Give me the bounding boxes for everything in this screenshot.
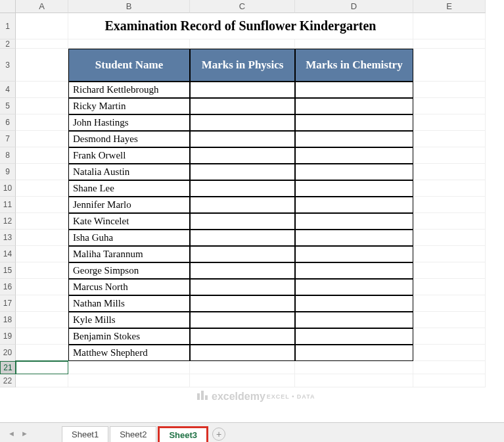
cell-A10[interactable] [16, 180, 68, 197]
row-header-14[interactable]: 14 [0, 246, 16, 262]
tab-nav-prev[interactable]: ◄ [8, 430, 14, 436]
cell-E20[interactable] [413, 345, 486, 361]
chemistry-cell[interactable] [295, 295, 413, 312]
physics-cell[interactable] [190, 345, 295, 361]
cell-A18[interactable] [16, 312, 68, 328]
row-header-17[interactable]: 17 [0, 295, 16, 312]
row-header-7[interactable]: 7 [0, 131, 16, 147]
cell-A12[interactable] [16, 213, 68, 230]
table-header-chemistry[interactable]: Marks in Chemistry [295, 49, 413, 82]
cell-E5[interactable] [413, 98, 486, 114]
cell-E9[interactable] [413, 164, 486, 180]
cell-E8[interactable] [413, 147, 486, 164]
physics-cell[interactable] [190, 295, 295, 312]
student-name-cell[interactable]: Natalia Austin [68, 164, 190, 180]
cell-E12[interactable] [413, 213, 486, 230]
student-name-cell[interactable]: George Simpson [68, 262, 190, 279]
cell-A7[interactable] [16, 131, 68, 147]
cell-A4[interactable] [16, 82, 68, 98]
chemistry-cell[interactable] [295, 262, 413, 279]
cell-B2[interactable] [68, 39, 190, 49]
cell-E11[interactable] [413, 197, 486, 213]
chemistry-cell[interactable] [295, 197, 413, 213]
cell-E21[interactable] [413, 361, 486, 374]
student-name-cell[interactable]: Marcus North [68, 279, 190, 295]
chemistry-cell[interactable] [295, 114, 413, 131]
cell-D2[interactable] [295, 39, 413, 49]
cell-A19[interactable] [16, 328, 68, 345]
row-header-12[interactable]: 12 [0, 213, 16, 230]
chemistry-cell[interactable] [295, 180, 413, 197]
cell-A3[interactable] [16, 49, 68, 82]
chemistry-cell[interactable] [295, 345, 413, 361]
cell-E10[interactable] [413, 180, 486, 197]
cell-E1[interactable] [413, 13, 486, 39]
row-header-16[interactable]: 16 [0, 279, 16, 295]
tab-sheet1[interactable]: Sheet1 [62, 426, 108, 442]
cell-E4[interactable] [413, 82, 486, 98]
student-name-cell[interactable]: Kate Wincelet [68, 213, 190, 230]
column-header-A[interactable]: A [16, 0, 68, 13]
row-header-1[interactable]: 1 [0, 13, 16, 39]
tab-sheet2[interactable]: Sheet2 [110, 426, 156, 442]
row-header-10[interactable]: 10 [0, 180, 16, 197]
cell-A8[interactable] [16, 147, 68, 164]
cell-A22[interactable] [16, 374, 68, 387]
cell-A15[interactable] [16, 262, 68, 279]
chemistry-cell[interactable] [295, 312, 413, 328]
row-header-5[interactable]: 5 [0, 98, 16, 114]
chemistry-cell[interactable] [295, 279, 413, 295]
cell-E17[interactable] [413, 295, 486, 312]
row-header-3[interactable]: 3 [0, 49, 16, 82]
physics-cell[interactable] [190, 82, 295, 98]
cell-E14[interactable] [413, 246, 486, 262]
cell-C2[interactable] [190, 39, 295, 49]
cell-E3[interactable] [413, 49, 486, 82]
student-name-cell[interactable]: Benjamin Stokes [68, 328, 190, 345]
cell-A6[interactable] [16, 114, 68, 131]
column-header-D[interactable]: D [295, 0, 413, 13]
cell-A11[interactable] [16, 197, 68, 213]
row-header-13[interactable]: 13 [0, 230, 16, 246]
physics-cell[interactable] [190, 98, 295, 114]
row-header-15[interactable]: 15 [0, 262, 16, 279]
page-title[interactable]: Examination Record of Sunflower Kinderga… [68, 13, 413, 39]
physics-cell[interactable] [190, 312, 295, 328]
cell-A17[interactable] [16, 295, 68, 312]
cell-E13[interactable] [413, 230, 486, 246]
physics-cell[interactable] [190, 213, 295, 230]
physics-cell[interactable] [190, 114, 295, 131]
cell-A14[interactable] [16, 246, 68, 262]
row-header-21[interactable]: 21 [0, 361, 16, 374]
cell-E15[interactable] [413, 262, 486, 279]
chemistry-cell[interactable] [295, 147, 413, 164]
chemistry-cell[interactable] [295, 164, 413, 180]
physics-cell[interactable] [190, 246, 295, 262]
row-header-11[interactable]: 11 [0, 197, 16, 213]
student-name-cell[interactable]: Shane Lee [68, 180, 190, 197]
physics-cell[interactable] [190, 131, 295, 147]
cell-E19[interactable] [413, 328, 486, 345]
row-header-8[interactable]: 8 [0, 147, 16, 164]
chemistry-cell[interactable] [295, 98, 413, 114]
cell-E16[interactable] [413, 279, 486, 295]
chemistry-cell[interactable] [295, 328, 413, 345]
chemistry-cell[interactable] [295, 213, 413, 230]
table-header-physics[interactable]: Marks in Physics [190, 49, 295, 82]
row-header-6[interactable]: 6 [0, 114, 16, 131]
column-header-C[interactable]: C [190, 0, 295, 13]
student-name-cell[interactable]: Maliha Tarannum [68, 246, 190, 262]
student-name-cell[interactable]: John Hastings [68, 114, 190, 131]
cell-A16[interactable] [16, 279, 68, 295]
physics-cell[interactable] [190, 279, 295, 295]
physics-cell[interactable] [190, 180, 295, 197]
physics-cell[interactable] [190, 230, 295, 246]
chemistry-cell[interactable] [295, 230, 413, 246]
physics-cell[interactable] [190, 147, 295, 164]
cell-D21[interactable] [295, 361, 413, 374]
chemistry-cell[interactable] [295, 246, 413, 262]
tab-sheet3[interactable]: Sheet3 [158, 426, 208, 442]
student-name-cell[interactable]: Richard Kettlebrough [68, 82, 190, 98]
student-name-cell[interactable]: Kyle Mills [68, 312, 190, 328]
student-name-cell[interactable]: Frank Orwell [68, 147, 190, 164]
